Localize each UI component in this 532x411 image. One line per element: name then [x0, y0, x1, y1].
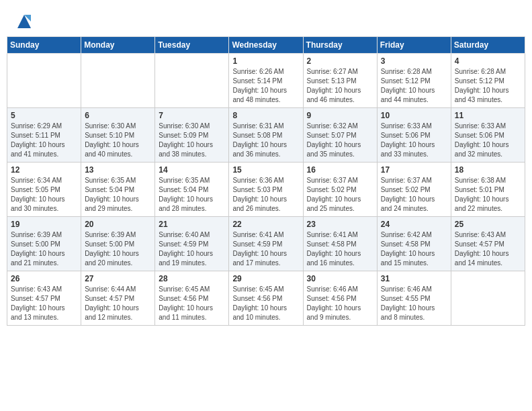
weekday-header-saturday: Saturday [451, 37, 525, 54]
calendar-cell: 4Sunrise: 6:28 AM Sunset: 5:12 PM Daylig… [451, 54, 525, 108]
day-number: 11 [455, 111, 521, 120]
day-info: Sunrise: 6:26 AM Sunset: 5:14 PM Dayligh… [232, 67, 299, 105]
calendar-cell: 20Sunrise: 6:39 AM Sunset: 5:00 PM Dayli… [81, 217, 155, 271]
day-number: 12 [11, 165, 77, 175]
weekday-header-tuesday: Tuesday [155, 37, 229, 54]
day-number: 17 [381, 165, 447, 175]
calendar-cell: 25Sunrise: 6:43 AM Sunset: 4:57 PM Dayli… [451, 217, 525, 271]
calendar-week-row: 12Sunrise: 6:34 AM Sunset: 5:05 PM Dayli… [7, 163, 525, 217]
calendar-cell [81, 54, 155, 108]
day-number: 10 [381, 111, 447, 120]
day-info: Sunrise: 6:41 AM Sunset: 4:58 PM Dayligh… [307, 230, 373, 268]
calendar-cell: 14Sunrise: 6:35 AM Sunset: 5:04 PM Dayli… [155, 163, 229, 217]
calendar-cell: 13Sunrise: 6:35 AM Sunset: 5:04 PM Dayli… [81, 163, 155, 217]
day-number: 7 [159, 111, 225, 120]
calendar-cell: 15Sunrise: 6:36 AM Sunset: 5:03 PM Dayli… [229, 163, 303, 217]
day-info: Sunrise: 6:30 AM Sunset: 5:09 PM Dayligh… [159, 122, 225, 159]
calendar-cell: 12Sunrise: 6:34 AM Sunset: 5:05 PM Dayli… [7, 163, 81, 217]
day-info: Sunrise: 6:28 AM Sunset: 5:12 PM Dayligh… [381, 67, 447, 105]
calendar-cell [7, 54, 81, 108]
calendar-cell: 24Sunrise: 6:42 AM Sunset: 4:58 PM Dayli… [377, 217, 451, 271]
day-info: Sunrise: 6:42 AM Sunset: 4:58 PM Dayligh… [381, 230, 447, 268]
weekday-header-friday: Friday [377, 37, 451, 54]
day-info: Sunrise: 6:33 AM Sunset: 5:06 PM Dayligh… [381, 122, 447, 159]
day-number: 8 [232, 111, 299, 120]
calendar-cell: 16Sunrise: 6:37 AM Sunset: 5:02 PM Dayli… [303, 163, 377, 217]
day-info: Sunrise: 6:35 AM Sunset: 5:04 PM Dayligh… [159, 176, 225, 214]
calendar-cell: 1Sunrise: 6:26 AM Sunset: 5:14 PM Daylig… [229, 54, 303, 108]
calendar-cell: 30Sunrise: 6:46 AM Sunset: 4:56 PM Dayli… [303, 271, 377, 326]
calendar-cell: 21Sunrise: 6:40 AM Sunset: 4:59 PM Dayli… [155, 217, 229, 271]
day-info: Sunrise: 6:34 AM Sunset: 5:05 PM Dayligh… [11, 176, 77, 214]
calendar-cell: 7Sunrise: 6:30 AM Sunset: 5:09 PM Daylig… [155, 108, 229, 163]
calendar-cell: 3Sunrise: 6:28 AM Sunset: 5:12 PM Daylig… [377, 54, 451, 108]
calendar-week-row: 19Sunrise: 6:39 AM Sunset: 5:00 PM Dayli… [7, 217, 525, 271]
weekday-header-thursday: Thursday [303, 37, 377, 54]
calendar-cell: 8Sunrise: 6:31 AM Sunset: 5:08 PM Daylig… [229, 108, 303, 163]
day-info: Sunrise: 6:33 AM Sunset: 5:06 PM Dayligh… [455, 122, 521, 159]
day-number: 27 [85, 274, 151, 283]
day-number: 23 [307, 220, 373, 229]
day-number: 25 [455, 220, 521, 229]
day-number: 15 [232, 165, 299, 175]
calendar-cell: 6Sunrise: 6:30 AM Sunset: 5:10 PM Daylig… [81, 108, 155, 163]
day-number: 29 [232, 274, 299, 283]
day-info: Sunrise: 6:39 AM Sunset: 5:00 PM Dayligh… [85, 230, 151, 268]
day-number: 18 [455, 165, 521, 175]
day-number: 2 [307, 56, 373, 66]
day-number: 4 [455, 56, 521, 66]
day-info: Sunrise: 6:39 AM Sunset: 5:00 PM Dayligh… [11, 230, 77, 268]
day-info: Sunrise: 6:30 AM Sunset: 5:10 PM Dayligh… [85, 122, 151, 159]
day-info: Sunrise: 6:46 AM Sunset: 4:55 PM Dayligh… [381, 285, 447, 322]
day-number: 24 [381, 220, 447, 229]
calendar-cell: 5Sunrise: 6:29 AM Sunset: 5:11 PM Daylig… [7, 108, 81, 163]
day-number: 26 [11, 274, 77, 283]
day-info: Sunrise: 6:40 AM Sunset: 4:59 PM Dayligh… [159, 230, 225, 268]
day-number: 31 [381, 274, 447, 283]
weekday-header-sunday: Sunday [7, 37, 81, 54]
calendar-cell: 17Sunrise: 6:37 AM Sunset: 5:02 PM Dayli… [377, 163, 451, 217]
calendar-table: SundayMondayTuesdayWednesdayThursdayFrid… [7, 36, 525, 326]
calendar-cell: 10Sunrise: 6:33 AM Sunset: 5:06 PM Dayli… [377, 108, 451, 163]
day-info: Sunrise: 6:46 AM Sunset: 4:56 PM Dayligh… [307, 285, 373, 322]
calendar-week-row: 1Sunrise: 6:26 AM Sunset: 5:14 PM Daylig… [7, 54, 525, 108]
calendar-cell: 26Sunrise: 6:43 AM Sunset: 4:57 PM Dayli… [7, 271, 81, 326]
day-number: 30 [307, 274, 373, 283]
day-info: Sunrise: 6:37 AM Sunset: 5:02 PM Dayligh… [307, 176, 373, 214]
day-info: Sunrise: 6:27 AM Sunset: 5:13 PM Dayligh… [307, 67, 373, 105]
calendar-cell [155, 54, 229, 108]
calendar-week-row: 26Sunrise: 6:43 AM Sunset: 4:57 PM Dayli… [7, 271, 525, 326]
day-info: Sunrise: 6:35 AM Sunset: 5:04 PM Dayligh… [85, 176, 151, 214]
page-header [7, 7, 525, 34]
weekday-header-wednesday: Wednesday [229, 37, 303, 54]
day-number: 14 [159, 165, 225, 175]
weekday-header-row: SundayMondayTuesdayWednesdayThursdayFrid… [7, 37, 525, 54]
day-number: 21 [159, 220, 225, 229]
day-info: Sunrise: 6:37 AM Sunset: 5:02 PM Dayligh… [381, 176, 447, 214]
day-info: Sunrise: 6:44 AM Sunset: 4:57 PM Dayligh… [85, 285, 151, 322]
day-number: 1 [232, 56, 299, 66]
day-number: 22 [232, 220, 299, 229]
day-info: Sunrise: 6:45 AM Sunset: 4:56 PM Dayligh… [159, 285, 225, 322]
day-number: 19 [11, 220, 77, 229]
calendar-cell: 2Sunrise: 6:27 AM Sunset: 5:13 PM Daylig… [303, 54, 377, 108]
day-number: 9 [307, 111, 373, 120]
calendar-cell: 9Sunrise: 6:32 AM Sunset: 5:07 PM Daylig… [303, 108, 377, 163]
day-number: 28 [159, 274, 225, 283]
calendar-week-row: 5Sunrise: 6:29 AM Sunset: 5:11 PM Daylig… [7, 108, 525, 163]
day-info: Sunrise: 6:32 AM Sunset: 5:07 PM Dayligh… [307, 122, 373, 159]
calendar-cell: 22Sunrise: 6:41 AM Sunset: 4:59 PM Dayli… [229, 217, 303, 271]
calendar-cell: 11Sunrise: 6:33 AM Sunset: 5:06 PM Dayli… [451, 108, 525, 163]
logo-icon [15, 12, 34, 31]
day-info: Sunrise: 6:43 AM Sunset: 4:57 PM Dayligh… [11, 285, 77, 322]
calendar-cell: 23Sunrise: 6:41 AM Sunset: 4:58 PM Dayli… [303, 217, 377, 271]
calendar-cell [451, 271, 525, 326]
calendar-cell: 31Sunrise: 6:46 AM Sunset: 4:55 PM Dayli… [377, 271, 451, 326]
day-number: 13 [85, 165, 151, 175]
calendar-cell: 27Sunrise: 6:44 AM Sunset: 4:57 PM Dayli… [81, 271, 155, 326]
logo [13, 12, 34, 31]
day-info: Sunrise: 6:28 AM Sunset: 5:12 PM Dayligh… [455, 67, 521, 105]
day-number: 5 [11, 111, 77, 120]
calendar-cell: 29Sunrise: 6:45 AM Sunset: 4:56 PM Dayli… [229, 271, 303, 326]
day-number: 20 [85, 220, 151, 229]
